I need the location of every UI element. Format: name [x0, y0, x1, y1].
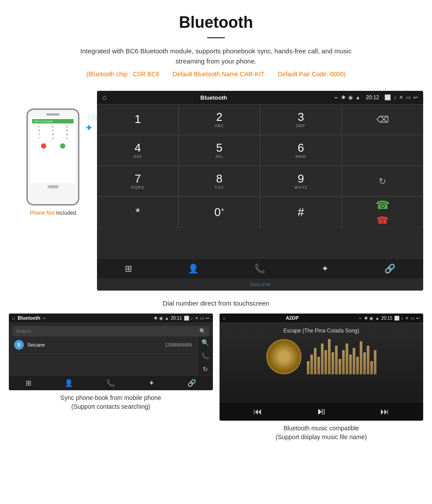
pb-icon-reload[interactable]: ↻ [203, 366, 208, 373]
pb-home-icon[interactable]: ⌂ [12, 316, 15, 321]
phone-key-5[interactable]: 5 [46, 129, 60, 132]
dialpad-key-0[interactable]: 0+ [179, 197, 260, 228]
seicane-watermark: Seicane [250, 281, 271, 287]
music-controls: ⏮ ⏯ ⏭ [220, 402, 424, 421]
eq-bar [370, 361, 373, 374]
bluetooth-specs: (Bluetooth chip : CSR BC6 Default Blueto… [9, 71, 423, 78]
dialpad-key-2[interactable]: 2 ABC [179, 104, 260, 135]
pb-nav-phone[interactable]: 📞 [106, 379, 115, 387]
phone-key-4[interactable]: 4 [32, 129, 46, 132]
music-close-icon[interactable]: ✕ [405, 316, 409, 321]
phone-not-text: Phone Not [30, 210, 56, 216]
music-usb-icon: ⌁ [359, 316, 361, 321]
call-red-icon[interactable]: ☎ [376, 215, 388, 226]
pb-close-icon[interactable]: ✕ [195, 316, 198, 321]
play-pause-button[interactable]: ⏯ [317, 406, 326, 417]
phone-dialpad: 1 2 3 4 5 6 7 8 9 * 0 # [32, 125, 74, 140]
pb-bt-icon: ✱ [154, 316, 157, 321]
car-nav-bluetooth[interactable]: ✦ [321, 263, 329, 274]
music-win-icon[interactable]: ▭ [410, 316, 414, 321]
pb-cam-icon[interactable]: ⬜ [184, 316, 189, 321]
search-bar[interactable]: Search 🔍 [12, 326, 209, 336]
pb-vol-icon[interactable]: ♪ [191, 316, 193, 321]
dialpad-key-4[interactable]: 4 GHI [97, 135, 179, 166]
phone-key-3[interactable]: 3 [60, 125, 74, 128]
music-note-icon: ♫ [279, 349, 289, 364]
next-button[interactable]: ⏭ [380, 407, 389, 417]
pb-win-icon[interactable]: ▭ [200, 316, 204, 321]
pb-nav-dialpad[interactable]: ⊞ [26, 379, 31, 387]
phone-key-star[interactable]: * [32, 137, 46, 140]
car-nav-contacts[interactable]: 👤 [188, 263, 199, 274]
phone-home-btn[interactable] [48, 185, 59, 188]
dialpad-call-cell: ☎ ☎ [342, 197, 423, 228]
dialpad-empty-2 [342, 135, 423, 166]
redial-icon[interactable]: ↻ [379, 176, 386, 187]
music-home-icon[interactable]: ⌂ [223, 316, 226, 321]
phone-key-1[interactable]: 1 [32, 125, 46, 128]
phone-key-9[interactable]: 9 [60, 133, 74, 136]
music-status-right: ✱ ◉ ▲ 20:15 ⬜ ♪ ✕ ▭ ↩ [364, 316, 420, 321]
music-vol-icon[interactable]: ♪ [401, 316, 403, 321]
pb-nav-link[interactable]: 🔗 [187, 379, 196, 387]
dialpad-key-5[interactable]: 5 JKL [179, 135, 260, 166]
music-back-icon[interactable]: ↩ [416, 316, 420, 321]
dialpad-key-9[interactable]: 9 WXYZ [260, 166, 342, 197]
contact-name-seicane: Seicane [27, 342, 165, 347]
phone-end-call[interactable] [41, 143, 46, 149]
phonebook-screen: ⌂ Bluetooth ⌁ ✱ ◉ ▲ 20:11 ⬜ ♪ ✕ ▭ ↩ Sear… [9, 314, 213, 390]
car-nav-phone[interactable]: 📞 [254, 263, 265, 274]
phone-key-0[interactable]: 0 [46, 137, 60, 140]
phonebook-status-bar: ⌂ Bluetooth ⌁ ✱ ◉ ▲ 20:11 ⬜ ♪ ✕ ▭ ↩ [9, 314, 213, 322]
volume-icon[interactable]: ♪ [394, 94, 396, 101]
eq-bar [324, 350, 327, 374]
car-nav-link[interactable]: 🔗 [384, 263, 395, 274]
location-icon: ◉ [348, 94, 353, 101]
bluetooth-status-icon: ✱ [341, 94, 346, 101]
prev-button[interactable]: ⏮ [253, 407, 262, 417]
car-status-bar: ⌂ Bluetooth ⌁ ✱ ◉ ▲ 20:12 ⬜ ♪ ✕ ▭ ↩ [97, 91, 423, 104]
music-status-bar: ⌂ A2DP ⌁ ✱ ◉ ▲ 20:15 ⬜ ♪ ✕ ▭ ↩ [220, 314, 424, 322]
pb-nav-bt[interactable]: ✦ [149, 379, 154, 387]
pb-signal-icon: ▲ [165, 316, 169, 321]
pb-back-icon[interactable]: ↩ [206, 316, 209, 321]
search-icon[interactable]: 🔍 [199, 328, 206, 334]
back-icon[interactable]: ↩ [413, 94, 418, 101]
dialpad-key-1[interactable]: 1 [97, 104, 179, 135]
eq-bar [317, 357, 320, 374]
pb-time: 20:11 [171, 316, 182, 321]
dialpad-key-7[interactable]: 7 PQRS [97, 166, 179, 197]
window-icon[interactable]: ▭ [406, 94, 411, 101]
phone-key-6[interactable]: 6 [60, 129, 74, 132]
dialpad-key-6[interactable]: 6 MNO [260, 135, 342, 166]
car-nav-dialpad[interactable]: ⊞ [125, 263, 132, 274]
page-description: Integrated with BC6 Bluetooth module, su… [75, 46, 357, 66]
music-album-art: ♫ [266, 339, 302, 374]
call-green-icon[interactable]: ☎ [376, 198, 390, 212]
pb-icon-call[interactable]: 📞 [201, 352, 209, 359]
music-screen-title: A2DP [228, 315, 357, 321]
phone-key-hash[interactable]: # [60, 137, 74, 140]
phone-key-8[interactable]: 8 [46, 133, 60, 136]
phone-key-2[interactable]: 2 [46, 125, 60, 128]
backspace-icon[interactable]: ⌫ [376, 114, 389, 125]
phone-key-7[interactable]: 7 [32, 133, 46, 136]
pb-status-right: ✱ ◉ ▲ 20:11 ⬜ ♪ ✕ ▭ ↩ [154, 316, 209, 321]
contact-row-seicane[interactable]: S Seicane 13566664466 [9, 336, 197, 354]
dialpad-key-hash[interactable]: # [260, 197, 342, 228]
pb-icon-search[interactable]: 🔍 [201, 339, 209, 346]
dialpad-key-8[interactable]: 8 TUV [179, 166, 260, 197]
music-cam-icon[interactable]: ⬜ [394, 316, 399, 321]
eq-bar [314, 348, 317, 374]
dialpad-redial-cell[interactable]: ↻ [342, 166, 423, 197]
camera-icon[interactable]: ⬜ [384, 94, 391, 101]
music-album-area: ♫ [266, 339, 376, 374]
dialpad-key-star[interactable]: * [97, 197, 179, 228]
phone-start-call[interactable] [60, 143, 65, 149]
dialpad-key-3[interactable]: 3 DEF [260, 104, 342, 135]
pb-nav-person[interactable]: 👤 [64, 379, 73, 387]
close-icon[interactable]: ✕ [399, 94, 403, 101]
music-caption-line1: Bluetooth music compatible [221, 424, 422, 433]
pb-right-icons: 🔍 📞 ↻ [197, 336, 213, 375]
included-text: Included [56, 210, 76, 216]
